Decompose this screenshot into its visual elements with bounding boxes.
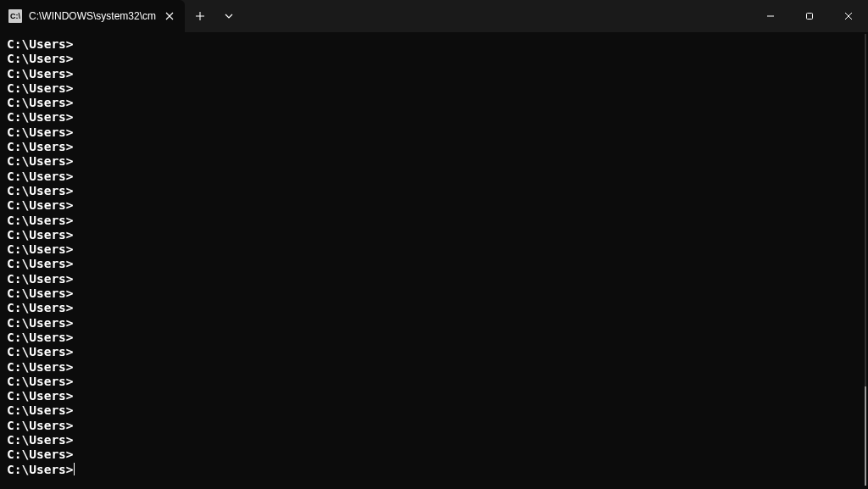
prompt-line: C:\Users>	[7, 37, 861, 52]
tab-title: C:\WINDOWS\system32\cmd.	[29, 10, 156, 22]
prompt-line: C:\Users>	[7, 169, 861, 184]
svg-rect-0	[807, 14, 813, 19]
window-controls	[751, 0, 868, 32]
prompt-line: C:\Users>	[7, 67, 861, 81]
terminal-tab[interactable]: C:\ C:\WINDOWS\system32\cmd.	[0, 0, 185, 32]
titlebar-drag-area[interactable]	[242, 0, 751, 32]
prompt-line: C:\Users>	[7, 154, 861, 169]
prompt-line: C:\Users>	[7, 214, 861, 228]
scrollbar-thumb[interactable]	[865, 386, 866, 486]
prompt-line: C:\Users>	[7, 81, 861, 96]
prompt-line: C:\Users>	[7, 447, 861, 462]
titlebar: C:\ C:\WINDOWS\system32\cmd.	[0, 0, 868, 32]
prompt-line: C:\Users>	[7, 110, 861, 125]
text-cursor	[74, 463, 75, 475]
maximize-button[interactable]	[790, 0, 829, 32]
prompt-line: C:\Users>	[7, 228, 861, 242]
minimize-button[interactable]	[751, 0, 790, 32]
prompt-line: C:\Users>	[7, 360, 861, 375]
prompt-line: C:\Users>	[7, 257, 861, 271]
prompt-line: C:\Users>	[7, 331, 861, 345]
prompt-line: C:\Users>	[7, 140, 861, 154]
scrollbar-track[interactable]	[865, 34, 866, 486]
prompt-line: C:\Users>	[7, 403, 861, 418]
cmd-icon: C:\	[8, 9, 22, 23]
prompt-line: C:\Users>	[7, 184, 861, 198]
terminal-output[interactable]: C:\Users>C:\Users>C:\Users>C:\Users>C:\U…	[0, 32, 868, 489]
prompt-line: C:\Users>	[7, 375, 861, 389]
prompt-line: C:\Users>	[7, 345, 861, 359]
prompt-line: C:\Users>	[7, 286, 861, 301]
close-window-button[interactable]	[829, 0, 868, 32]
prompt-line: C:\Users>	[7, 125, 861, 140]
prompt-line: C:\Users>	[7, 419, 861, 433]
tab-dropdown-button[interactable]	[215, 0, 242, 32]
prompt-line: C:\Users>	[7, 272, 861, 286]
prompt-line: C:\Users>	[7, 96, 861, 110]
prompt-line: C:\Users>	[7, 52, 861, 66]
new-tab-button[interactable]	[185, 0, 215, 32]
close-tab-button[interactable]	[163, 9, 176, 23]
prompt-line: C:\Users>	[7, 389, 861, 403]
prompt-line: C:\Users>	[7, 463, 861, 477]
prompt-line: C:\Users>	[7, 316, 861, 331]
prompt-line: C:\Users>	[7, 242, 861, 257]
prompt-line: C:\Users>	[7, 433, 861, 447]
prompt-line: C:\Users>	[7, 301, 861, 315]
prompt-line: C:\Users>	[7, 198, 861, 213]
